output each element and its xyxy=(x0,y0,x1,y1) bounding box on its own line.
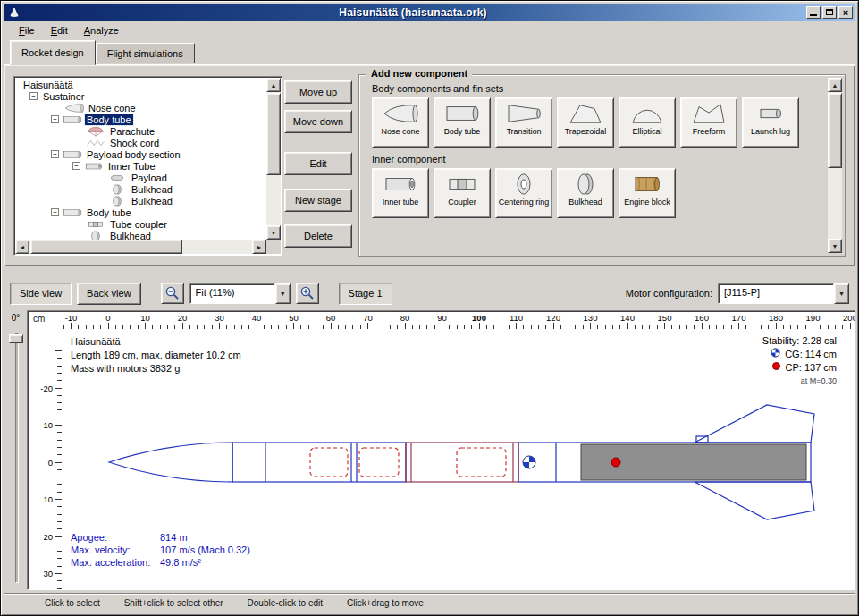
rocket-view-canvas[interactable]: -100102030405060708090100110120130140150… xyxy=(27,310,855,590)
apogee-value: 814 m xyxy=(160,532,250,543)
titlebar[interactable]: Haisunäätä (haisunaata.ork) × xyxy=(4,4,855,21)
tree-expander-icon[interactable]: − xyxy=(51,115,59,123)
motor-configuration-value: [J115-P] xyxy=(718,283,834,304)
maximize-icon xyxy=(826,9,833,15)
tree-item-shock-cord[interactable]: Shock cord xyxy=(16,137,266,148)
motor-configuration-combobox[interactable]: [J115-P] ▼ xyxy=(718,283,849,304)
add-coupler-button[interactable]: Coupler xyxy=(434,168,491,218)
move-down-button[interactable]: Move down xyxy=(284,110,352,133)
rocket-length: Length 189 cm, max. diameter 10.2 cm xyxy=(71,349,241,362)
tree-expander-icon[interactable]: − xyxy=(72,162,80,170)
tree-item-payload[interactable]: Payload xyxy=(16,172,266,183)
zoom-in-button[interactable] xyxy=(296,283,319,304)
add-bulkhead-button[interactable]: Bulkhead xyxy=(557,168,614,218)
tree-horizontal-scrollbar[interactable]: ◄ ► xyxy=(15,240,266,254)
close-button[interactable]: × xyxy=(838,6,853,19)
payload-section-shape[interactable] xyxy=(406,443,518,482)
maximize-button[interactable] xyxy=(822,6,837,19)
scrollbar-thumb[interactable] xyxy=(30,240,182,254)
add-centering-ring-button[interactable]: Centering ring xyxy=(495,168,552,218)
tree-item-bulkhead[interactable]: Bulkhead xyxy=(16,230,266,240)
stage-1-toggle[interactable]: Stage 1 xyxy=(339,283,392,305)
scroll-right-button[interactable]: ► xyxy=(252,240,266,254)
svg-text:0: 0 xyxy=(48,458,53,468)
rotation-slider-handle[interactable] xyxy=(9,334,23,343)
palette-button-label: Launch lug xyxy=(751,128,790,136)
rocket-name: Haisunäätä xyxy=(71,335,241,349)
svg-text:180: 180 xyxy=(769,313,783,323)
add-nose-cone-button[interactable]: Nose cone xyxy=(372,97,429,148)
palette-button-label: Nose cone xyxy=(381,128,419,136)
tree-item-label: Shock cord xyxy=(108,138,161,148)
tree-expander-icon[interactable]: − xyxy=(51,150,59,158)
svg-text:10: 10 xyxy=(43,494,53,504)
tree-item-bulkhead[interactable]: Bulkhead xyxy=(16,183,266,195)
ruler-unit-label: cm xyxy=(33,314,45,324)
tree-item-bulkhead[interactable]: Bulkhead xyxy=(16,195,266,207)
menu-file[interactable]: File xyxy=(11,22,43,38)
svg-text:90: 90 xyxy=(437,313,447,323)
rocket-design-panel: Haisunäätä−SustainerNose cone−Body tubeP… xyxy=(4,64,855,266)
menu-analyze[interactable]: Analyze xyxy=(76,22,127,38)
payload-shape[interactable] xyxy=(457,448,506,477)
svg-text:60: 60 xyxy=(326,313,336,323)
scroll-up-button[interactable]: ▲ xyxy=(266,78,281,92)
scroll-down-button[interactable]: ▼ xyxy=(266,225,281,240)
move-up-button[interactable]: Move up xyxy=(284,80,352,104)
palette-row: Inner tubeCouplerCentering ringBulkheadE… xyxy=(372,168,825,218)
tree-item-nose-cone[interactable]: Nose cone xyxy=(16,102,266,114)
scroll-left-button[interactable]: ◄ xyxy=(15,240,29,254)
delete-button[interactable]: Delete xyxy=(284,224,352,248)
add-trapezoidal-button[interactable]: Trapezoidal xyxy=(557,97,614,148)
side-view-button[interactable]: Side view xyxy=(10,283,72,305)
add-freeform-button[interactable]: Freeform xyxy=(680,97,737,148)
tree-item-label: Parachute xyxy=(108,126,156,137)
tab-rocket-design[interactable]: Rocket design xyxy=(10,40,96,65)
menu-edit[interactable]: Edit xyxy=(43,22,76,38)
rotation-slider-track[interactable] xyxy=(15,333,19,583)
component-tree[interactable]: Haisunäätä−SustainerNose cone−Body tubeP… xyxy=(16,79,266,240)
add-body-tube-button[interactable]: Body tube xyxy=(434,97,491,148)
add-engine-block-button[interactable]: Engine block xyxy=(619,168,676,218)
tree-item-inner-tube[interactable]: −Inner Tube xyxy=(16,160,266,172)
tree-item-haisun-t[interactable]: Haisunäätä xyxy=(16,79,266,90)
zoom-combobox[interactable]: Fit (11%) ▼ xyxy=(189,283,291,304)
lower-fin-shape[interactable] xyxy=(695,482,814,519)
tree-item-tube-coupler[interactable]: Tube coupler xyxy=(16,218,266,230)
back-view-button[interactable]: Back view xyxy=(77,283,141,305)
tree-vertical-scrollbar[interactable]: ▲ ▼ xyxy=(266,78,281,240)
scrollbar-thumb[interactable] xyxy=(266,93,281,175)
zoom-out-button[interactable] xyxy=(161,283,184,304)
max-acceleration-value: 49.8 m/s² xyxy=(160,557,250,568)
nose-cone-shape[interactable] xyxy=(109,443,232,482)
svg-text:110: 110 xyxy=(510,313,523,323)
tree-expander-icon[interactable]: − xyxy=(51,208,59,216)
tree-item-body-tube[interactable]: −Body tube xyxy=(16,207,266,218)
tab-flight-simulations[interactable]: Flight simulations xyxy=(96,43,195,63)
add-transition-button[interactable]: Transition xyxy=(495,97,552,148)
add-component-title: Add new component xyxy=(366,68,472,79)
add-elliptical-button[interactable]: Elliptical xyxy=(619,97,676,148)
zoom-combo-arrow-button[interactable]: ▼ xyxy=(275,283,291,304)
scroll-down-button[interactable]: ▼ xyxy=(828,239,842,253)
scrollbar-thumb[interactable] xyxy=(828,93,842,168)
hint-3: Double-click to edit xyxy=(248,598,323,608)
minimize-button[interactable] xyxy=(806,6,821,19)
body-tube-shape[interactable] xyxy=(232,443,406,482)
tree-item-sustainer[interactable]: −Sustainer xyxy=(16,90,266,102)
new-stage-button[interactable]: New stage xyxy=(284,189,352,212)
add-inner-tube-button[interactable]: Inner tube xyxy=(372,168,429,218)
tree-expander-icon[interactable]: − xyxy=(29,92,38,100)
upper-fin-shape[interactable] xyxy=(695,405,814,443)
tree-item-payload-body-section[interactable]: −Payload body section xyxy=(16,148,266,160)
palette-vertical-scrollbar[interactable]: ▲ ▼ xyxy=(828,78,842,253)
parachute-shape[interactable] xyxy=(310,448,348,477)
tree-item-body-tube[interactable]: −Body tube xyxy=(16,114,266,125)
tree-item-parachute[interactable]: Parachute xyxy=(16,125,266,137)
launch-lug-shape[interactable] xyxy=(696,436,708,443)
scroll-up-button[interactable]: ▲ xyxy=(828,78,842,92)
motor-combo-arrow-button[interactable]: ▼ xyxy=(834,283,849,304)
add-launch-lug-button[interactable]: Launch lug xyxy=(742,97,799,148)
shock-cord-shape[interactable] xyxy=(359,448,399,477)
edit-button[interactable]: Edit xyxy=(284,152,352,175)
